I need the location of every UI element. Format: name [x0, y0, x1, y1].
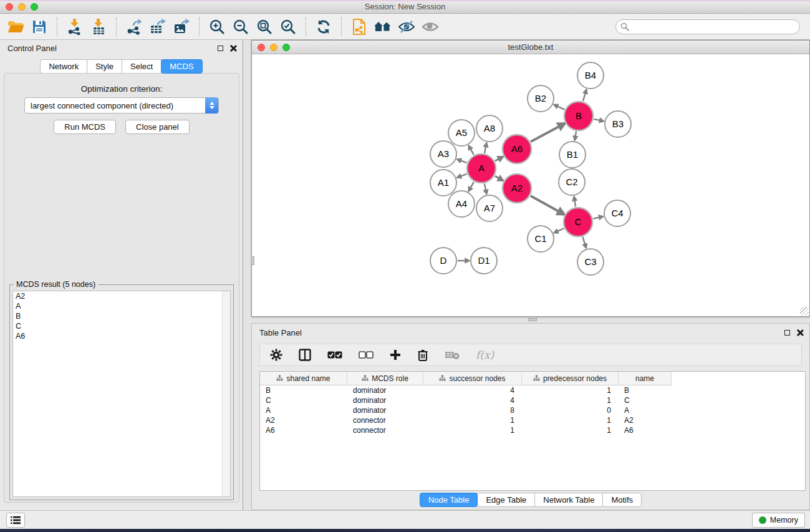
graph-edge-A-A7[interactable]: [485, 183, 486, 193]
zoom-out-icon[interactable]: [229, 16, 253, 38]
import-table-icon[interactable]: [87, 16, 110, 38]
table-cell[interactable]: connector: [347, 425, 423, 435]
delete-column-icon[interactable]: [417, 349, 428, 361]
mcds-result-item[interactable]: A2: [13, 291, 230, 301]
scrollbar-track[interactable]: [222, 291, 230, 496]
column-header[interactable]: predecessor nodes: [522, 372, 619, 385]
table-row[interactable]: Adominator80A: [260, 405, 805, 415]
graph-edge-B-B1[interactable]: [575, 132, 576, 140]
tab-network[interactable]: Network: [40, 59, 87, 74]
node-table[interactable]: shared nameMCDS rolesuccessor nodesprede…: [259, 371, 806, 491]
table-cell[interactable]: 1: [522, 395, 619, 405]
table-cell[interactable]: A6: [260, 425, 347, 435]
memory-button[interactable]: Memory: [752, 513, 805, 528]
split-columns-icon[interactable]: [299, 349, 311, 361]
graph-edge-B-B3[interactable]: [594, 119, 603, 121]
close-table-panel-icon[interactable]: [796, 329, 803, 336]
open-folder-icon[interactable]: [4, 16, 27, 38]
network-window-titlebar[interactable]: testGlobe.txt: [252, 41, 809, 54]
table-cell[interactable]: 1: [423, 415, 522, 425]
tab-style[interactable]: Style: [87, 59, 122, 74]
tab-motifs[interactable]: Motifs: [602, 493, 642, 507]
show-eye-icon[interactable]: [418, 16, 442, 38]
hide-selected-eye-icon[interactable]: [395, 16, 418, 38]
window-resize-grip[interactable]: [800, 307, 809, 316]
column-header[interactable]: MCDS role: [347, 372, 423, 385]
graph-edge-A-A2[interactable]: [495, 176, 503, 180]
import-network-icon[interactable]: [63, 16, 87, 38]
table-cell[interactable]: 8: [423, 405, 522, 415]
graph-edge-A-A6[interactable]: [495, 157, 503, 161]
table-cell[interactable]: 4: [423, 385, 522, 395]
table-row[interactable]: Bdominator41B: [260, 385, 805, 395]
tab-select[interactable]: Select: [122, 59, 162, 74]
tab-network-table[interactable]: Network Table: [534, 493, 603, 507]
table-cell[interactable]: 1: [522, 425, 619, 435]
graph-edge-C-C3[interactable]: [582, 237, 586, 248]
network-graph[interactable]: B4B2BB3A5A8A6B1A3AA1C2A2A4A7C4CC1DD1C3: [252, 54, 809, 316]
graph-edge-C-C2[interactable]: [574, 197, 576, 207]
mcds-result-item[interactable]: B: [13, 311, 230, 321]
table-row[interactable]: A6connector11A6: [260, 425, 805, 435]
column-header[interactable]: successor nodes: [423, 372, 522, 385]
table-cell[interactable]: dominator: [347, 395, 423, 405]
float-table-panel-icon[interactable]: [784, 330, 790, 336]
export-table-icon[interactable]: [146, 16, 170, 38]
mcds-result-list[interactable]: A2ABCA6: [12, 291, 231, 497]
table-cell[interactable]: connector: [347, 415, 423, 425]
table-cell[interactable]: 4: [423, 395, 522, 405]
table-cell[interactable]: A2: [619, 415, 672, 425]
table-cell[interactable]: B: [260, 385, 347, 395]
table-cell[interactable]: 1: [522, 415, 619, 425]
graph-edge-A-A1[interactable]: [457, 174, 466, 178]
home-layout-icon[interactable]: [371, 16, 395, 38]
select-all-checkboxes-icon[interactable]: [327, 351, 342, 359]
table-cell[interactable]: B: [619, 385, 672, 395]
graph-edge-B-B4[interactable]: [583, 90, 586, 101]
search-input[interactable]: [615, 19, 800, 34]
mcds-result-item[interactable]: A6: [13, 331, 230, 341]
zoom-in-icon[interactable]: [205, 16, 229, 38]
deselect-all-checkboxes-icon[interactable]: [359, 351, 374, 359]
show-panels-button[interactable]: [6, 513, 25, 528]
graph-edge-A-A5[interactable]: [469, 146, 474, 155]
close-panel-button[interactable]: Close panel: [125, 120, 190, 134]
graph-edge-B-B2[interactable]: [554, 105, 564, 110]
table-row[interactable]: Cdominator41C: [260, 395, 805, 405]
refresh-icon[interactable]: [312, 16, 335, 38]
table-cell[interactable]: A: [619, 405, 672, 415]
export-network-icon[interactable]: [122, 16, 146, 38]
save-session-icon[interactable]: [27, 16, 51, 38]
tab-node-table[interactable]: Node Table: [420, 493, 478, 507]
table-cell[interactable]: dominator: [347, 385, 423, 395]
mcds-result-item[interactable]: A: [13, 301, 230, 311]
tab-mcds[interactable]: MCDS: [161, 59, 202, 74]
network-from-file-icon[interactable]: [347, 16, 371, 38]
table-cell[interactable]: C: [260, 395, 347, 405]
table-cell[interactable]: A: [260, 405, 347, 415]
run-mcds-button[interactable]: Run MCDS: [54, 120, 116, 134]
column-header[interactable]: shared name: [260, 372, 347, 385]
zoom-selected-icon[interactable]: [276, 16, 300, 38]
float-panel-icon[interactable]: [218, 46, 223, 51]
column-header[interactable]: name: [619, 372, 672, 385]
criterion-select[interactable]: largest connected component (directed): [24, 97, 219, 114]
export-image-icon[interactable]: [170, 16, 193, 38]
table-cell[interactable]: 0: [522, 405, 619, 415]
window-bottom-handle[interactable]: [528, 318, 537, 321]
graph-edge-A2-C[interactable]: [531, 196, 564, 214]
graph-edge-C-C4[interactable]: [593, 216, 602, 218]
table-cell[interactable]: A2: [260, 415, 347, 425]
window-left-handle[interactable]: [251, 256, 254, 265]
table-cell[interactable]: A6: [619, 425, 672, 435]
mcds-result-item[interactable]: C: [13, 321, 230, 331]
graph-edge-A-A4[interactable]: [469, 182, 474, 191]
table-row[interactable]: A2connector11A2: [260, 415, 805, 425]
table-cell[interactable]: 1: [423, 425, 522, 435]
network-canvas[interactable]: B4B2BB3A5A8A6B1A3AA1C2A2A4A7C4CC1DD1C3: [252, 54, 809, 316]
table-cell[interactable]: dominator: [347, 405, 423, 415]
graph-edge-A-A3[interactable]: [457, 159, 466, 163]
zoom-fit-icon[interactable]: [253, 16, 276, 38]
graph-edge-C-C1[interactable]: [554, 228, 564, 233]
graph-edge-A6-B[interactable]: [531, 123, 564, 142]
